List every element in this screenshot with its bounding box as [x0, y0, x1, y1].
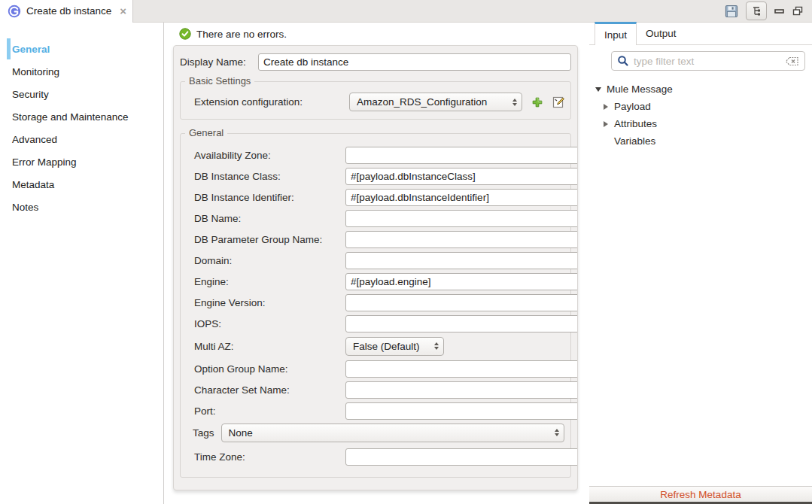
tab-input-label: Input: [604, 29, 627, 41]
tree-item-label: Variables: [614, 135, 655, 147]
db-instance-identifier-input[interactable]: [345, 189, 578, 206]
save-icon[interactable]: [725, 5, 738, 18]
iops-input[interactable]: [345, 315, 578, 332]
option-group-name-input[interactable]: [345, 360, 578, 378]
general-fields: Availability Zone:DB Instance Class:DB I…: [187, 144, 564, 421]
field-row-iops: IOPS:: [187, 313, 564, 334]
sidebar-item-metadata[interactable]: Metadata: [0, 173, 163, 196]
tags-label: Tags: [193, 427, 214, 439]
display-name-input[interactable]: [258, 53, 571, 71]
tree-item-variables[interactable]: Variables: [589, 132, 812, 150]
field-row-engine-version: Engine Version:: [187, 292, 564, 313]
filter-box[interactable]: [611, 51, 805, 71]
tree-item-label: Mule Message: [607, 83, 673, 95]
minimize-icon[interactable]: [774, 7, 785, 16]
engine-version-input[interactable]: [345, 294, 578, 311]
filter-input[interactable]: [634, 56, 780, 67]
editor-tab-bar: Create db instance ×: [0, 0, 812, 23]
sidebar-item-label: Advanced: [12, 134, 57, 145]
active-indicator-bar: [7, 61, 11, 82]
domain-input[interactable]: [345, 252, 578, 269]
sidebar-item-label: General: [12, 44, 50, 55]
extension-configuration-label: Extension configuration:: [194, 96, 340, 108]
tree-item-label: Payload: [614, 101, 651, 112]
character-set-name-label: Character Set Name:: [194, 384, 345, 396]
datasense-tabs: Input Output: [589, 23, 812, 45]
sidebar-item-label: Monitoring: [12, 66, 59, 77]
validation-status: There are no errors.: [164, 23, 589, 45]
metadata-bar: Refresh Metadata: [589, 486, 812, 502]
character-set-name-input[interactable]: [345, 381, 578, 399]
engine-input[interactable]: [345, 273, 578, 290]
tree-item-attributes[interactable]: Attributes: [589, 115, 812, 132]
sidebar-item-label: Storage and Maintenance: [12, 111, 129, 123]
engine-version-label: Engine Version:: [194, 297, 345, 308]
basic-settings-legend: Basic Settings: [185, 75, 254, 87]
tree-toggle-icon[interactable]: [746, 2, 767, 20]
field-row-domain: Domain:: [187, 250, 564, 271]
sidebar-item-label: Security: [12, 89, 49, 100]
sidebar-item-security[interactable]: Security: [0, 83, 163, 105]
field-row-db-instance-identifier: DB Instance Identifier:: [187, 187, 564, 208]
sidebar-item-advanced[interactable]: Advanced: [0, 128, 163, 150]
active-indicator-bar: [7, 38, 11, 59]
tags-select[interactable]: None: [221, 424, 564, 442]
search-icon: [617, 55, 629, 67]
time-zone-row: Time Zone:: [187, 444, 564, 469]
multi-az-select[interactable]: False (Default): [345, 337, 444, 356]
sidebar-item-monitoring[interactable]: Monitoring: [0, 60, 163, 83]
sidebar-item-error-mapping[interactable]: Error Mapping: [0, 150, 163, 173]
chevron-down-icon[interactable]: [595, 87, 601, 92]
basic-settings-group: Basic Settings Extension configuration: …: [180, 81, 571, 120]
mule-connector-icon: [8, 5, 21, 18]
green-check-icon: [179, 28, 191, 40]
time-zone-label: Time Zone:: [194, 451, 345, 463]
tree-item-payload[interactable]: Payload: [589, 98, 812, 115]
clear-filter-icon[interactable]: [785, 56, 799, 66]
active-indicator-bar: [7, 83, 11, 105]
editor-tab-create-db-instance[interactable]: Create db instance ×: [0, 0, 133, 23]
plus-icon[interactable]: [531, 96, 543, 108]
properties-sidebar: GeneralMonitoringSecurityStorage and Mai…: [0, 23, 164, 504]
db-name-input[interactable]: [345, 210, 578, 227]
restore-icon[interactable]: [792, 6, 803, 16]
sidebar-item-general[interactable]: General: [0, 38, 163, 60]
availability-zone-label: Availability Zone:: [194, 150, 345, 161]
time-zone-input[interactable]: [345, 448, 578, 466]
sidebar-item-storage-and-maintenance[interactable]: Storage and Maintenance: [0, 105, 163, 128]
tab-input[interactable]: Input: [595, 22, 637, 45]
sidebar-item-notes[interactable]: Notes: [0, 196, 163, 218]
engine-label: Engine:: [194, 276, 345, 287]
tree-item-mule-message[interactable]: Mule Message: [589, 80, 812, 98]
multi-az-value: False (Default): [353, 341, 428, 352]
sidebar-item-label: Notes: [12, 202, 38, 213]
db-instance-identifier-label: DB Instance Identifier:: [194, 192, 345, 203]
active-indicator-bar: [7, 174, 11, 195]
sidebar-item-label: Error Mapping: [12, 156, 77, 168]
option-group-name-label: Option Group Name:: [194, 363, 345, 375]
active-indicator-bar: [7, 196, 11, 217]
refresh-metadata-link[interactable]: Refresh Metadata: [660, 489, 741, 500]
extension-configuration-select[interactable]: Amazon_RDS_Configuration: [349, 93, 522, 111]
port-label: Port:: [194, 405, 345, 417]
field-row-multi-az: Multi AZ:False (Default): [187, 334, 564, 358]
chevron-right-icon[interactable]: [602, 104, 609, 110]
iops-label: IOPS:: [194, 318, 345, 329]
db-parameter-group-name-input[interactable]: [345, 231, 578, 248]
field-row-engine: Engine:: [187, 271, 564, 292]
close-icon[interactable]: ×: [120, 5, 126, 17]
combo-spinner-icon: [512, 99, 517, 106]
field-row-availability-zone: Availability Zone:: [187, 144, 564, 165]
active-indicator-bar: [7, 106, 11, 127]
display-name-label: Display Name:: [180, 56, 258, 68]
db-name-label: DB Name:: [194, 213, 345, 224]
combo-spinner-icon: [434, 342, 439, 350]
editor-tab-title: Create db instance: [26, 5, 111, 17]
availability-zone-input[interactable]: [345, 147, 578, 164]
chevron-right-icon[interactable]: [602, 121, 609, 127]
db-instance-class-input[interactable]: [345, 168, 578, 185]
port-input[interactable]: [345, 402, 578, 420]
field-row-option-group-name: Option Group Name:: [187, 358, 564, 379]
edit-icon[interactable]: [552, 96, 565, 108]
tab-output[interactable]: Output: [637, 22, 686, 44]
